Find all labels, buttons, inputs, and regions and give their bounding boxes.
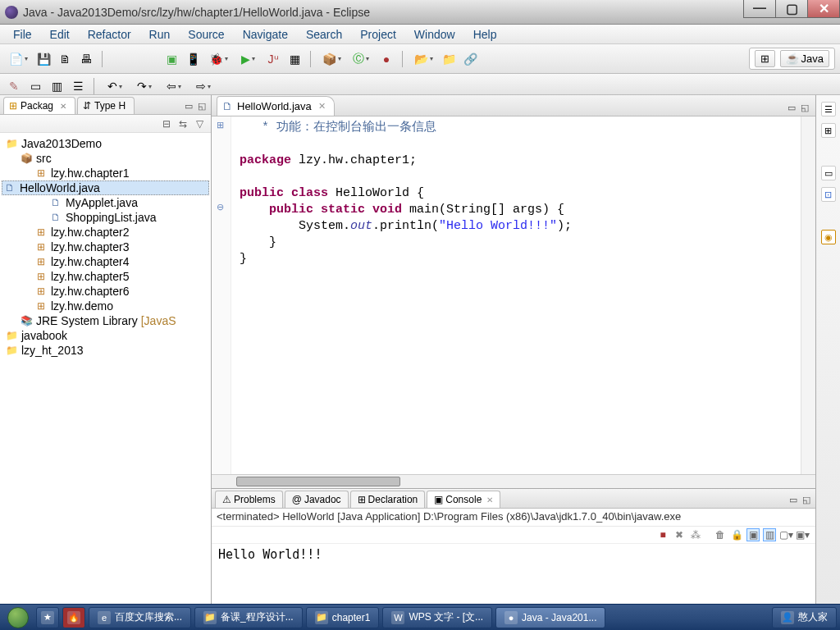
pin-console-icon[interactable]: ▣ (746, 528, 760, 541)
start-button[interactable] (3, 606, 33, 629)
editor-hscrollbar[interactable] (212, 474, 815, 488)
remove-launch-icon[interactable]: ✖ (673, 528, 686, 541)
maximize-button[interactable]: ▢ (775, 0, 808, 18)
menu-file[interactable]: File (5, 25, 40, 43)
link-icon[interactable]: 🔗 (461, 50, 479, 68)
open-type-button[interactable]: 📂 (410, 50, 436, 68)
taskbar-item-folder1[interactable]: 📁备课_程序设计... (194, 607, 303, 628)
menu-project[interactable]: Project (352, 25, 404, 43)
junit-icon[interactable]: Jᵘ (264, 50, 282, 68)
tb-btn-2[interactable]: ▭ (26, 77, 44, 95)
editor-tab-helloworld[interactable]: 🗋 HelloWorld.java ✕ (217, 96, 335, 116)
overview-ruler[interactable] (801, 116, 815, 474)
taskbar-item-eclipse[interactable]: ●Java - Java201... (495, 607, 605, 628)
taskbar-item-folder2[interactable]: 📁chapter1 (306, 607, 380, 628)
menu-edit[interactable]: Edit (42, 25, 78, 43)
task-list-trim-icon[interactable]: ☰ (821, 102, 836, 116)
menu-navigate[interactable]: Navigate (235, 25, 296, 43)
cheatsheet-trim-icon[interactable]: ◉ (821, 230, 836, 244)
tree-node-MyApplet-java[interactable]: 🗋MyApplet.java (2, 195, 209, 210)
run-button[interactable]: ▶ (235, 50, 261, 68)
type-hierarchy-tab[interactable]: ⇵ Type H (77, 97, 135, 114)
menu-search[interactable]: Search (298, 25, 350, 43)
tree-node-lzy-hw-chapter2[interactable]: ⊞lzy.hw.chapter2 (2, 225, 209, 240)
tree-node-lzy-hw-chapter6[interactable]: ⊞lzy.hw.chapter6 (2, 284, 209, 299)
tab-console[interactable]: ▣Console✕ (427, 491, 500, 508)
search-button[interactable]: 📁 (440, 50, 458, 68)
tree-node-lzy-hw-demo[interactable]: ⊞lzy.hw.demo (2, 299, 209, 313)
tree-node-lzy-hw-chapter3[interactable]: ⊞lzy.hw.chapter3 (2, 240, 209, 254)
nav-back-button[interactable]: ⇦ (161, 77, 187, 95)
minimize-view-icon[interactable]: ▭ (788, 494, 799, 505)
taskbar-item-wps[interactable]: WWPS 文字 - [文... (382, 607, 492, 628)
close-button[interactable]: ✕ (807, 0, 840, 18)
tree-node-HelloWorld-java[interactable]: 🗋HelloWorld.java (2, 180, 209, 195)
tree-node-lzy-hw-chapter4[interactable]: ⊞lzy.hw.chapter4 (2, 254, 209, 269)
tree-node-lzy-ht-2013[interactable]: 📁lzy_ht_2013 (2, 343, 209, 358)
new-button[interactable]: 📄 (5, 50, 31, 68)
fold-collapse-icon[interactable]: ⊖ (217, 202, 224, 212)
tab-javadoc[interactable]: @Javadoc (285, 491, 349, 508)
minimize-trim-icon[interactable]: ▭ (821, 166, 836, 180)
menu-window[interactable]: Window (406, 25, 463, 43)
scroll-lock-icon[interactable]: 🔒 (730, 528, 743, 541)
taskbar-item-user[interactable]: 👤憨人家 (772, 607, 837, 628)
tree-node-javabook[interactable]: 📁javabook (2, 328, 209, 343)
package-explorer-tab[interactable]: ⊞ Packag ✕ (3, 97, 75, 114)
tree-node-src[interactable]: 📦src (2, 151, 209, 166)
new-interface-button[interactable]: ● (377, 50, 395, 68)
maximize-view-icon[interactable]: ◱ (801, 494, 812, 505)
nav-forward-button[interactable]: ⇨ (190, 77, 217, 95)
tb-btn-4[interactable]: ☰ (69, 77, 87, 95)
outline-trim-icon[interactable]: ⊞ (821, 123, 836, 138)
print-button[interactable]: 🖶 (77, 50, 95, 68)
open-console-icon[interactable]: ▢▾ (779, 528, 792, 541)
taskbar-item-ie[interactable]: e百度文库搜索... (89, 607, 191, 628)
terminate-icon[interactable]: ■ (656, 528, 669, 541)
close-icon[interactable]: ✕ (486, 495, 493, 504)
tb-btn-3[interactable]: ▥ (48, 77, 66, 95)
remove-all-icon[interactable]: ⁂ (689, 528, 702, 541)
save-button[interactable]: 💾 (34, 50, 52, 68)
collapse-all-icon[interactable]: ⊟ (160, 117, 173, 130)
save-all-button[interactable]: 🗎 (56, 50, 74, 68)
minimize-view-icon[interactable]: ▭ (183, 100, 194, 112)
clear-console-icon[interactable]: 🗑 (714, 528, 727, 541)
forward-button[interactable]: ↷ (131, 77, 158, 95)
outline-trim2-icon[interactable]: ⊡ (821, 187, 836, 202)
pin-icon[interactable]: ✎ (5, 77, 23, 95)
minimize-button[interactable]: — (743, 0, 776, 18)
open-perspective-button[interactable]: ⊞ (755, 50, 775, 67)
code-editor[interactable]: * 功能：在控制台输出一条信息 package lzy.hw.chapter1;… (231, 116, 801, 474)
menu-run[interactable]: Run (141, 25, 179, 43)
debug-button[interactable]: 🐞 (205, 50, 231, 68)
fold-expand-icon[interactable]: ⊞ (217, 120, 224, 130)
new-class-button[interactable]: Ⓒ (348, 50, 374, 68)
tree-node-Java2013Demo[interactable]: 📁Java2013Demo (2, 136, 209, 151)
link-editor-icon[interactable]: ⇆ (176, 117, 189, 130)
coverage-icon[interactable]: ▦ (285, 50, 304, 68)
avd-icon[interactable]: 📱 (184, 50, 202, 68)
maximize-editor-icon[interactable]: ◱ (799, 102, 810, 113)
package-tree[interactable]: 📁Java2013Demo📦src⊞lzy.hw.chapter1🗋HelloW… (0, 133, 211, 623)
menu-source[interactable]: Source (180, 25, 232, 43)
tree-node-ShoppingList-java[interactable]: 🗋ShoppingList.java (2, 210, 209, 225)
close-icon[interactable]: ✕ (60, 102, 66, 111)
tree-node-lzy-hw-chapter5[interactable]: ⊞lzy.hw.chapter5 (2, 269, 209, 284)
new-package-button[interactable]: 📦 (318, 50, 345, 68)
new-console-view-icon[interactable]: ▣▾ (796, 528, 809, 541)
tab-declaration[interactable]: ⊞Declaration (350, 491, 426, 508)
android-sdk-icon[interactable]: ▣ (162, 50, 180, 68)
display-selected-icon[interactable]: ▥ (763, 528, 776, 541)
taskbar-item-2[interactable]: 🔥 (62, 607, 85, 628)
back-button[interactable]: ↶ (102, 77, 128, 95)
maximize-view-icon[interactable]: ◱ (196, 100, 208, 112)
menu-help[interactable]: Help (465, 25, 505, 43)
tree-node-lzy-hw-chapter1[interactable]: ⊞lzy.hw.chapter1 (2, 166, 209, 180)
editor-gutter[interactable]: ⊞ ⊖ (212, 116, 231, 474)
close-icon[interactable]: ✕ (318, 101, 326, 112)
taskbar-item-1[interactable]: ★ (36, 607, 59, 628)
view-menu-icon[interactable]: ▽ (193, 117, 206, 130)
menu-refactor[interactable]: Refactor (80, 25, 139, 43)
tab-problems[interactable]: ⚠Problems (215, 491, 283, 508)
